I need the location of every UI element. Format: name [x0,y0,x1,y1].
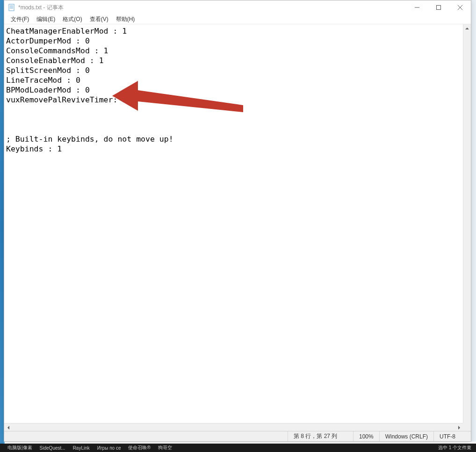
scroll-left-icon[interactable] [4,423,12,431]
status-zoom: 100% [353,431,379,441]
menu-format[interactable]: 格式(O) [59,14,86,24]
status-line-ending: Windows (CRLF) [379,431,433,441]
window-title: *mods.txt - 记事本 [18,4,406,12]
menu-help[interactable]: 帮助(H) [112,14,139,24]
scroll-up-icon[interactable] [463,24,471,32]
desktop-background [0,0,4,452]
svg-marker-9 [465,28,469,29]
minimize-button[interactable] [406,0,428,14]
menu-file[interactable]: 文件(F) [7,14,33,24]
svg-marker-10 [465,418,469,420]
svg-rect-6 [437,6,441,10]
scrollbar-h-track[interactable] [12,423,455,431]
content-area: CheatManagerEnablerMod : 1 ActorDumperMo… [4,24,471,423]
horizontal-scrollbar[interactable] [4,423,463,431]
window-controls [406,0,471,14]
taskbar[interactable]: 电脑版|像素 SideQuest... RayLink Игры по се 使… [0,444,476,452]
taskbar-item[interactable]: RayLink [69,445,94,451]
scroll-down-icon[interactable] [463,415,471,423]
notepad-window: *mods.txt - 记事本 文件(F) 编辑(E) 格式(O) 查看(V) … [4,0,471,442]
statusbar: 第 8 行，第 27 列 100% Windows (CRLF) UTF-8 [4,431,471,441]
taskbar-right-text: 选中 1 个文件束 [438,445,476,451]
status-encoding: UTF-8 [433,431,471,441]
taskbar-item[interactable]: 使命召唤® [124,445,154,451]
status-position: 第 8 行，第 27 列 [288,431,353,441]
vertical-scrollbar[interactable] [463,24,471,423]
svg-marker-11 [7,426,9,430]
scrollbar-corner [463,423,471,431]
taskbar-item[interactable]: SideQuest... [36,445,69,451]
menu-view[interactable]: 查看(V) [86,14,112,24]
taskbar-item[interactable]: 电脑版|像素 [4,445,36,451]
taskbar-item[interactable]: Игры по се [94,445,125,451]
taskbar-item[interactable]: 狗哥空 [154,445,176,451]
svg-marker-12 [458,426,460,430]
menu-edit[interactable]: 编辑(E) [33,14,59,24]
titlebar[interactable]: *mods.txt - 记事本 [4,0,471,14]
close-button[interactable] [449,0,471,14]
menubar: 文件(F) 编辑(E) 格式(O) 查看(V) 帮助(H) [4,14,471,24]
text-editor[interactable]: CheatManagerEnablerMod : 1 ActorDumperMo… [4,24,463,423]
desktop-right-edge [471,0,476,442]
notepad-icon [8,4,15,11]
scroll-right-icon[interactable] [455,423,463,431]
maximize-button[interactable] [428,0,449,14]
